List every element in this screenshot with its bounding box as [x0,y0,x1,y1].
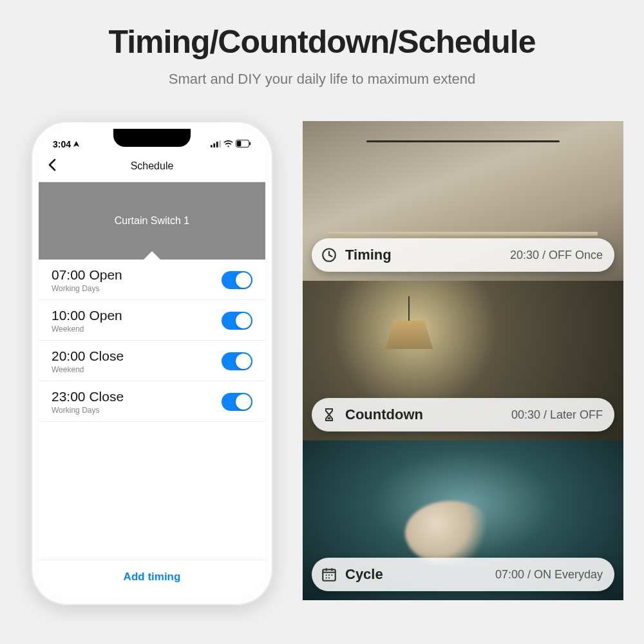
device-banner: Curtain Switch 1 [39,182,265,260]
pill-label: Timing [345,247,392,263]
hourglass-icon [319,405,339,424]
schedule-row[interactable]: 07:00 Open Working Days [39,260,265,300]
location-icon [73,139,80,149]
pill-cycle: Cycle 07:00 / ON Everyday [312,558,614,591]
row-days: Working Days [52,406,124,415]
row-time: 20:00 [52,348,86,363]
signal-icon [211,139,221,149]
page-title: Timing/Countdown/Schedule [0,23,644,61]
back-button[interactable] [48,158,57,174]
svg-point-12 [331,574,332,576]
schedule-row[interactable]: 10:00 Open Weekend [39,300,265,341]
row-time: 23:00 [52,389,86,404]
toggle-switch[interactable] [222,393,252,411]
wifi-icon [223,139,233,149]
schedule-list[interactable]: 07:00 Open Working Days 10:00 Open Weeke… [39,260,265,560]
phone-notch [113,129,191,147]
toggle-switch[interactable] [222,352,252,370]
clock-icon [319,245,339,265]
row-action: Close [89,348,124,363]
svg-rect-6 [249,142,251,146]
row-days: Working Days [52,284,122,293]
svg-rect-7 [237,141,241,146]
schedule-row[interactable]: 23:00 Close Working Days [39,381,265,422]
row-time: 07:00 [52,267,86,282]
pill-label: Countdown [345,406,423,423]
add-timing-button[interactable]: Add timing [39,560,265,598]
pill-value: 20:30 / OFF Once [510,249,603,262]
row-days: Weekend [52,365,124,374]
svg-rect-2 [216,142,218,147]
toggle-switch[interactable] [222,312,252,330]
feature-panels: Timing 20:30 / OFF Once Countdown 00:30 … [303,121,623,605]
row-time: 10:00 [52,308,86,323]
svg-point-4 [227,146,229,147]
panel-timing: Timing 20:30 / OFF Once [303,121,623,281]
panel-countdown: Countdown 00:30 / Later OFF [303,281,623,440]
device-name: Curtain Switch 1 [39,215,265,227]
toggle-switch[interactable] [222,271,252,289]
row-action: Open [89,308,122,323]
row-action: Close [89,389,124,404]
nav-bar: Schedule [39,155,265,182]
svg-rect-1 [213,144,215,147]
svg-rect-3 [219,140,221,147]
phone-screen: 3:04 [39,129,265,598]
svg-point-10 [326,574,327,576]
svg-rect-0 [211,145,213,147]
page-subtitle: Smart and DIY your daily life to maximum… [0,71,644,88]
pill-value: 07:00 / ON Everyday [495,568,603,582]
svg-point-13 [326,577,327,578]
row-action: Open [89,267,122,282]
phone-mockup: 3:04 [31,121,273,605]
nav-title: Schedule [39,160,265,172]
row-days: Weekend [52,325,122,334]
pill-value: 00:30 / Later OFF [511,408,603,422]
panel-cycle: Cycle 07:00 / ON Everyday [303,440,623,600]
pill-timing: Timing 20:30 / OFF Once [312,238,614,272]
svg-point-14 [328,577,330,578]
svg-point-11 [328,574,330,576]
pill-countdown: Countdown 00:30 / Later OFF [312,398,614,431]
calendar-icon [319,565,339,584]
pill-label: Cycle [345,566,383,583]
battery-icon [236,139,251,149]
status-time: 3:04 [53,139,71,149]
schedule-row[interactable]: 20:00 Close Weekend [39,341,265,381]
